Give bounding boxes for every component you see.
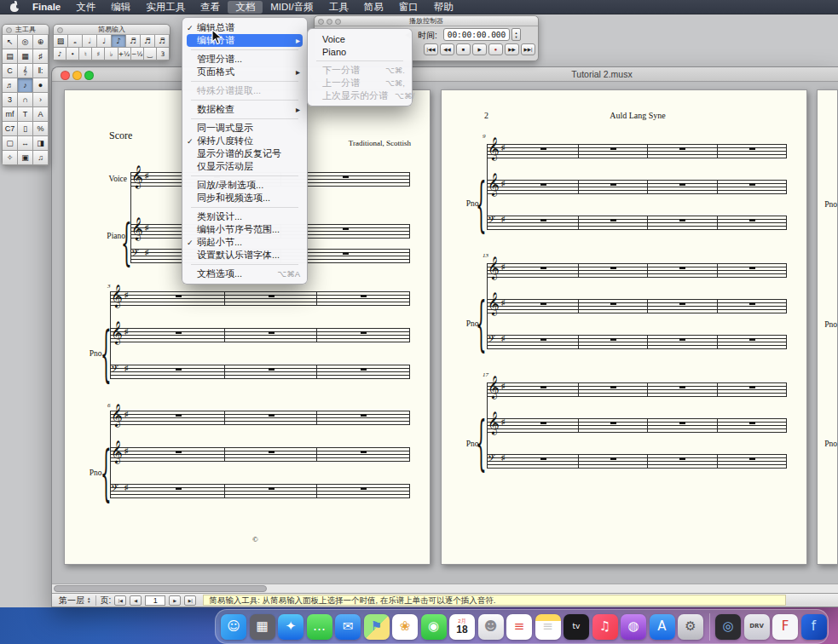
play-button[interactable]: ▶ [472, 43, 487, 55]
menubar-item-编辑[interactable]: 编辑 [103, 1, 138, 14]
measure[interactable] [132, 411, 225, 425]
menu-item[interactable]: 文档选项...⌥⌘A [182, 267, 307, 280]
measure[interactable] [718, 335, 788, 349]
measure[interactable] [225, 484, 318, 498]
measure[interactable] [317, 484, 410, 498]
measure[interactable] [317, 447, 410, 462]
measure[interactable] [509, 144, 579, 158]
menubar-item-文件[interactable]: 文件 [68, 1, 103, 14]
voice-staff[interactable]: 𝄞♯ [487, 263, 787, 278]
dock-system-settings-icon[interactable]: ⚙ [678, 614, 703, 640]
dock-finale-icon[interactable]: f [801, 614, 827, 640]
measure[interactable] [718, 216, 788, 230]
half-note-button[interactable]: 𝅗𝅥 [83, 35, 97, 48]
dock-launchpad-icon[interactable]: ▦ [250, 614, 275, 640]
menubar-item-MIDI/音频[interactable]: MIDI/音频 [263, 1, 321, 14]
selection-tool[interactable]: ↖ [3, 35, 18, 49]
note-mover-tool[interactable]: ↔ [18, 136, 33, 151]
menu-item[interactable]: Piano [308, 45, 412, 58]
time-stepper[interactable]: ▲▼ [511, 28, 521, 41]
piano-bass-staff[interactable]: 𝄢♯ [487, 216, 787, 230]
measure[interactable] [317, 328, 410, 342]
dock-contacts-icon[interactable]: ☻ [478, 614, 504, 640]
hyperscribe-tool[interactable]: ● [33, 78, 49, 93]
menu-item[interactable]: 仅显示活动层 [182, 160, 307, 173]
measure[interactable] [509, 180, 579, 194]
zoom-tool[interactable]: ◎ [18, 35, 33, 49]
measure[interactable] [579, 454, 649, 469]
measure[interactable] [579, 335, 649, 349]
raise-half-step-button[interactable]: +½ [118, 48, 131, 60]
resize-tool[interactable]: % [33, 122, 49, 136]
menu-item[interactable]: 编辑小节序号范围... [182, 223, 307, 236]
measure[interactable] [648, 263, 718, 278]
stop-button[interactable]: ■ [456, 43, 471, 55]
flat-button[interactable]: ♭ [105, 48, 118, 60]
menubar-item-文档[interactable]: 文档 [228, 1, 263, 14]
score-page-2[interactable]: 2 Auld Lang Syne 9 𝄞♯ 𝄞♯ 𝄢♯ { Pno. 13 𝄞♯… [441, 89, 807, 565]
lyrics-tool[interactable]: A [33, 107, 49, 122]
piano-treble-staff[interactable]: 𝄞♯ [487, 299, 787, 313]
go-to-end-button[interactable]: ▶▶| [521, 43, 535, 55]
piano-bass-staff[interactable]: 𝄢♯ [487, 454, 787, 469]
measure[interactable] [317, 365, 410, 379]
hand-grabber-tool[interactable]: ⊕ [33, 35, 49, 49]
sharp-button[interactable]: ♯ [92, 48, 105, 60]
ossia-tool[interactable]: ♫ [33, 151, 49, 165]
measure[interactable] [132, 365, 225, 379]
voice-staff[interactable]: 𝄞♯ [110, 411, 410, 425]
time-signature-tool[interactable]: C [3, 64, 18, 78]
measure[interactable] [648, 454, 718, 469]
measure[interactable] [718, 144, 788, 158]
measure[interactable] [579, 180, 649, 194]
page-number-input[interactable]: 1 [145, 595, 165, 606]
chord-tool[interactable]: C7 [3, 122, 18, 136]
voice-staff[interactable]: 𝄞♯ [487, 144, 787, 158]
measure[interactable] [225, 291, 318, 306]
graphics-tool[interactable]: ✧ [3, 151, 18, 165]
menu-item[interactable]: 管理分谱... [182, 53, 307, 66]
measure[interactable] [648, 418, 718, 433]
measure[interactable] [648, 335, 718, 349]
articulation-tool[interactable]: › [33, 93, 49, 107]
whole-note-button[interactable]: 𝅝 [68, 35, 83, 48]
menu-item[interactable]: 回放/录制选项... [182, 179, 307, 192]
sixtyfourth-note-button[interactable]: ♬ [155, 35, 170, 48]
piano-treble-staff[interactable]: 𝄞♯ [487, 418, 787, 433]
measure[interactable] [509, 216, 579, 230]
palette-close-button[interactable] [318, 19, 324, 25]
natural-button[interactable]: ♮ [79, 48, 92, 60]
menu-item[interactable]: 数据检查▸ [182, 103, 307, 116]
measure[interactable] [317, 411, 410, 425]
menu-item[interactable]: 编辑分谱▸ [187, 34, 303, 47]
measure[interactable] [648, 144, 718, 158]
dock-facetime-icon[interactable]: ◉ [421, 614, 447, 640]
palette-close-button[interactable] [57, 27, 63, 33]
dock-utility-dark-icon[interactable]: ◎ [715, 614, 741, 640]
measure[interactable] [225, 328, 318, 342]
window-titlebar[interactable]: Tutorial 2.musx [52, 67, 838, 82]
measure[interactable] [579, 299, 649, 313]
horizontal-scrollbar[interactable] [52, 584, 838, 593]
dock-app-store-icon[interactable]: A [650, 614, 675, 640]
measure[interactable] [509, 382, 579, 397]
dock-calendar-icon[interactable]: 2月18 [449, 614, 475, 640]
measure[interactable] [509, 299, 579, 313]
go-to-beginning-button[interactable]: |◀◀ [424, 43, 438, 55]
dock-safari-icon[interactable]: ✦ [278, 614, 303, 640]
thirtysecond-note-button[interactable]: ♬ [141, 35, 155, 48]
tie-button[interactable]: ‿ [144, 48, 157, 60]
score-page-3[interactable]: Pno Pno Pno [817, 89, 838, 565]
expression-tool[interactable]: mf [3, 107, 18, 122]
measure[interactable] [648, 382, 718, 397]
dock-podcasts-icon[interactable]: ◍ [621, 614, 646, 640]
measure[interactable] [317, 291, 410, 306]
fast-forward-button[interactable]: ▶▶ [505, 43, 519, 55]
menu-item[interactable]: ✓弱起小节... [182, 236, 307, 249]
clef-tool[interactable]: 𝄞 [18, 64, 33, 78]
menu-item[interactable]: 类别设计... [182, 210, 307, 223]
playback-time-display[interactable]: 00:00:00.000 [443, 28, 510, 41]
measure[interactable] [509, 418, 579, 433]
dock-messages-icon[interactable]: … [307, 614, 332, 640]
dock-finder-icon[interactable]: ☺ [221, 614, 246, 640]
